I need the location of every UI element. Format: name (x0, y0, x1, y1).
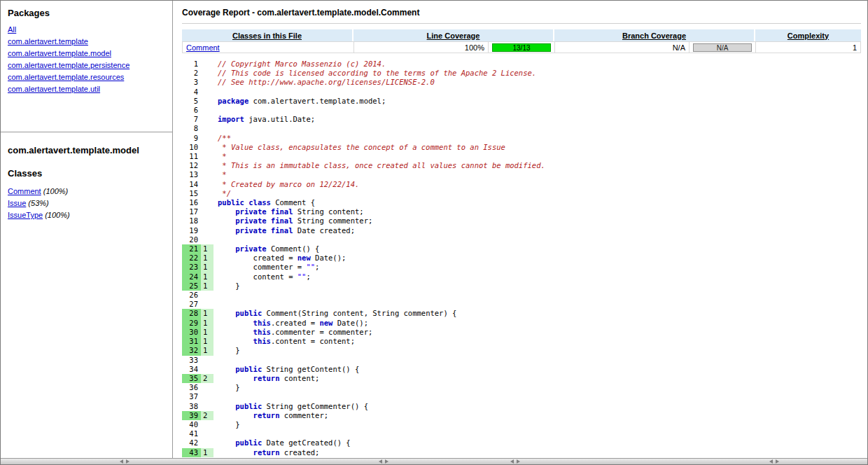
source-line: 431 return created; (182, 448, 861, 457)
hit-count: 1 (201, 328, 214, 337)
package-link[interactable]: com.alertavert.template.persistence (8, 61, 130, 69)
packages-title: Packages (8, 8, 165, 18)
col-header-branch-coverage-cell: Branch Coverage (554, 29, 755, 41)
class-coverage-pct: (53%) (26, 199, 48, 207)
line-number: 9 (182, 134, 201, 143)
scrollbar-arrows-icon[interactable] (768, 459, 780, 464)
line-number: 31 (182, 337, 201, 346)
line-number: 41 (182, 429, 201, 438)
line-number: 43 (182, 448, 201, 457)
line-code: */ (214, 189, 231, 198)
line-code: commenter = ""; (214, 263, 319, 272)
class-link[interactable]: Comment (186, 43, 220, 52)
line-number: 15 (182, 189, 201, 198)
package-link[interactable]: com.alertavert.template.resources (8, 73, 124, 81)
main-frame: Coverage Report - com.alertavert.templat… (174, 1, 868, 459)
line-code: // See http://www.apache.org/licenses/LI… (214, 78, 435, 87)
hit-count (201, 235, 214, 244)
source-line: 281 public Comment(String content, Strin… (182, 309, 861, 318)
line-number: 2 (182, 69, 201, 78)
package-link[interactable]: com.alertavert.template (8, 37, 88, 46)
classes-list: Comment (100%)Issue (53%)IssueType (100%… (8, 187, 165, 219)
source-line: 26 (182, 291, 861, 300)
package-list-item: com.alertavert.template.util (8, 85, 165, 93)
branch-coverage-bar-cell: N/A (689, 41, 755, 53)
source-line: 291 this.created = new Date(); (182, 319, 861, 328)
source-line: 4 (182, 88, 861, 97)
scrollbar-arrows-icon[interactable] (118, 459, 131, 464)
branch-coverage-bar: N/A (693, 43, 752, 52)
line-number: 42 (182, 438, 201, 447)
scrollbar-arrows-icon[interactable] (377, 459, 390, 464)
class-link[interactable]: Comment (8, 187, 41, 195)
source-line: 321 } (182, 346, 861, 355)
source-line: 37 (182, 392, 861, 401)
col-header-branch-coverage[interactable]: Branch Coverage (622, 32, 686, 40)
hit-count (201, 438, 214, 447)
package-list-item: com.alertavert.template.persistence (8, 61, 165, 69)
hit-count: 1 (201, 272, 214, 282)
hit-count: 1 (201, 448, 214, 457)
col-header-line-coverage[interactable]: Line Coverage (427, 32, 480, 40)
col-header-complexity-cell: Complexity (755, 29, 861, 41)
source-line: 13 * (182, 170, 861, 179)
line-number: 27 (182, 300, 201, 309)
summary-table: Classes in this File Line Coverage Branc… (182, 29, 861, 53)
source-line: 231 commenter = ""; (182, 263, 861, 272)
line-code (214, 356, 218, 365)
line-code: * This is an immutable class, once creat… (214, 161, 545, 170)
source-line: 38 public String getCommenter() { (182, 402, 861, 411)
hit-count (201, 383, 214, 392)
line-code: this.created = new Date(); (214, 319, 368, 328)
col-header-classes[interactable]: Classes in this File (232, 32, 302, 40)
hit-count (201, 106, 214, 115)
line-code: public class Comment { (214, 198, 315, 207)
source-line: 12 * This is an immutable class, once cr… (182, 161, 861, 170)
hit-count (201, 124, 214, 133)
line-number: 38 (182, 402, 201, 411)
source-line: 42 public Date getCreated() { (182, 438, 861, 447)
line-number: 17 (182, 207, 201, 216)
package-link[interactable]: All (8, 25, 16, 34)
col-header-complexity[interactable]: Complexity (788, 32, 829, 40)
line-number: 32 (182, 346, 201, 355)
line-code: public String getCommenter() { (214, 402, 368, 411)
line-number: 40 (182, 420, 201, 429)
hit-count: 2 (201, 411, 214, 420)
hit-count (201, 207, 214, 216)
package-list-item: com.alertavert.template (8, 37, 165, 46)
line-code: // Copyright Marco Massenzio (c) 2014. (214, 60, 386, 69)
source-line: 1// Copyright Marco Massenzio (c) 2014. (182, 60, 861, 69)
hit-count (201, 161, 214, 170)
class-link[interactable]: Issue (8, 199, 26, 207)
hit-count (201, 88, 214, 97)
col-header-line-coverage-cell: Line Coverage (354, 29, 554, 41)
line-number: 8 (182, 124, 201, 133)
class-coverage-pct: (100%) (41, 187, 69, 195)
package-link[interactable]: com.alertavert.template.model (8, 49, 111, 57)
source-line: 11 * (182, 152, 861, 161)
branch-coverage-ratio: N/A (717, 44, 729, 52)
source-line: 5package com.alertavert.template.model; (182, 97, 861, 106)
source-line: 16public class Comment { (182, 198, 861, 207)
package-list-item: com.alertavert.template.model (8, 49, 165, 57)
line-number: 4 (182, 88, 201, 97)
hit-count: 1 (201, 346, 214, 355)
source-line: 241 content = ""; (182, 272, 861, 282)
scrollbar-arrows-icon[interactable] (509, 459, 522, 464)
source-line: 6 (182, 106, 861, 115)
line-number: 16 (182, 198, 201, 207)
line-number: 7 (182, 115, 201, 124)
line-number: 39 (182, 411, 201, 420)
line-number: 5 (182, 97, 201, 106)
horizontal-scrollbar[interactable] (1, 458, 868, 464)
line-code (214, 88, 218, 97)
class-list-item: Issue (53%) (8, 199, 165, 207)
line-code: } (214, 420, 240, 429)
package-link[interactable]: com.alertavert.template.util (8, 85, 100, 93)
line-code: return created; (214, 448, 319, 457)
sidebar: Packages Allcom.alertavert.templatecom.a… (1, 1, 173, 459)
line-code (214, 429, 218, 438)
line-coverage-ratio: 13/13 (512, 44, 530, 52)
class-link[interactable]: IssueType (8, 211, 43, 219)
